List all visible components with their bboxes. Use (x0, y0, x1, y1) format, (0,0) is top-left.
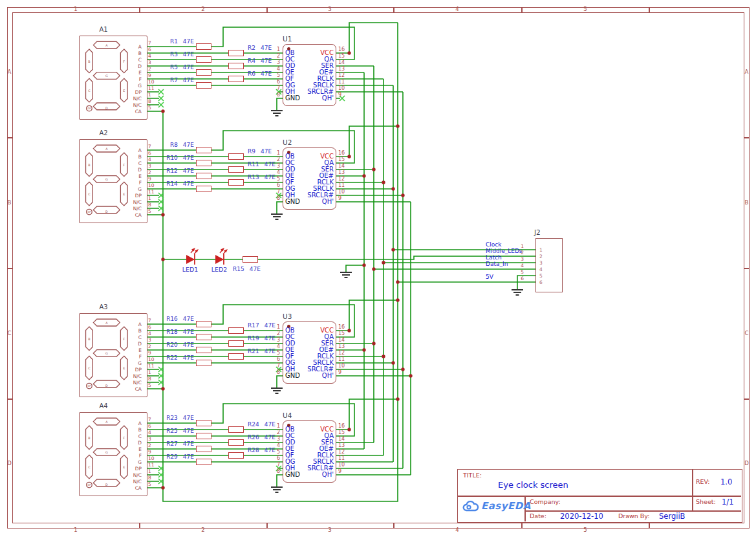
display-pin-number: 11 (148, 189, 161, 195)
resistor-value: 47E (183, 64, 194, 71)
resistor-refdes: R15 (233, 266, 244, 273)
resistor[interactable] (228, 327, 244, 334)
resistor[interactable] (196, 360, 211, 366)
ic-pin-number: 14 (338, 60, 354, 66)
ic-refdes: U3 (283, 312, 338, 320)
display-pin-number: 1 (148, 468, 161, 475)
resistor-refdes: R8 (170, 142, 178, 149)
resistor-value: 47E (183, 51, 194, 58)
display-pin-name: N/C (80, 479, 142, 485)
resistor[interactable] (196, 69, 211, 76)
resistor[interactable] (228, 426, 244, 433)
seven-segment-display[interactable]: A B F G C E D DP A B C D E F G DP N/C N/… (79, 36, 147, 120)
connector-pin-number-inner: 5 (539, 273, 548, 279)
display-driver-block[interactable]: A2 A B F G C (0, 129, 453, 239)
ic-pin-number: 11 (338, 79, 354, 85)
display-pin-name: DP (80, 193, 142, 199)
resistor[interactable] (228, 166, 244, 173)
rev-label: REV: (696, 478, 710, 485)
resistor[interactable] (196, 56, 211, 63)
display-pin-name: D (80, 167, 142, 173)
date-label: Date: (530, 512, 546, 519)
resistor[interactable] (196, 334, 211, 340)
resistor[interactable] (196, 160, 211, 166)
resistor[interactable] (196, 147, 211, 153)
display-pin-name: B (80, 50, 142, 57)
display-pin-name: DP (80, 466, 142, 472)
ic-pin-number: 8 (262, 92, 280, 98)
resistor[interactable] (228, 353, 244, 360)
title-block: TITLE: Eye clock screen REV: 1.0 Company… (457, 469, 742, 523)
resistor[interactable] (196, 82, 211, 89)
title-block-divider (692, 470, 693, 510)
resistor[interactable] (228, 340, 244, 347)
resistor[interactable] (243, 256, 258, 263)
resistor[interactable] (228, 153, 244, 160)
display-pin-name: F (80, 453, 142, 459)
resistor-value: 47E (261, 148, 272, 155)
resistor[interactable] (228, 179, 244, 186)
resistor-refdes: R26 (248, 434, 259, 441)
resistor-value: 47E (250, 266, 261, 273)
resistor-value: 47E (265, 335, 275, 342)
resistor[interactable] (228, 63, 244, 69)
display-pin-number: 5 (148, 105, 161, 111)
schematic-title: Eye clock screen (498, 480, 568, 490)
ic-pin-number: 10 (338, 189, 354, 195)
resistor-label: R1547E (233, 266, 261, 273)
ic-pin-number: 11 (338, 455, 354, 462)
ic-pin-number: 15 (338, 53, 354, 60)
connector-pin-number: 4 (508, 263, 524, 269)
resistor[interactable] (228, 452, 244, 459)
resistor[interactable] (228, 76, 244, 82)
resistor[interactable] (228, 50, 244, 56)
ic-pin-number: 11 (338, 182, 354, 189)
led-symbol[interactable] (186, 248, 228, 265)
resistor[interactable] (196, 420, 211, 426)
ic-refdes: U1 (283, 35, 338, 43)
resistor-refdes: R13 (248, 174, 259, 181)
seven-segment-display[interactable]: A B F G C E D DP A B C D E F G DP N/C N/… (79, 313, 147, 397)
resistor[interactable] (196, 347, 211, 353)
display-pin-number: 8 (148, 376, 161, 382)
resistor[interactable] (196, 43, 211, 50)
schematic-canvas[interactable]: 1 2 3 4 5 1 2 3 4 5 A B C D A B C D (0, 0, 756, 535)
seven-segment-display[interactable]: A B F G C E D DP A B C D E F G DP N/C N/… (79, 412, 147, 496)
resistor[interactable] (196, 173, 211, 179)
resistor-value: 47E (265, 322, 275, 329)
title-block-divider (524, 510, 741, 512)
display-pin-name: F (80, 354, 142, 360)
seven-segment-display[interactable]: A B F G C E D DP A B C D E F G DP N/C N/… (79, 139, 147, 223)
date-value: 2020-12-10 (560, 512, 603, 521)
resistor-refdes: R20 (166, 342, 178, 349)
display-driver-block[interactable]: A4 A B F G C (0, 402, 453, 512)
resistor-refdes: R7 (170, 77, 178, 84)
resistor-refdes: R2 (248, 45, 255, 52)
display-pin-name: E (80, 446, 142, 453)
ic-pin-number: 14 (338, 337, 354, 344)
resistor-value: 47E (265, 348, 275, 355)
display-driver-block[interactable]: A1 A B F G C (0, 26, 453, 136)
ic-pin-number: 9 (338, 468, 354, 475)
display-pin-name: D (80, 63, 142, 70)
resistor-refdes: R17 (248, 322, 259, 329)
connector-pin-number: 1 (508, 243, 524, 250)
ic-pin-number: 6 (262, 356, 280, 363)
resistor-refdes: R25 (166, 428, 178, 435)
resistor[interactable] (196, 459, 211, 465)
resistor-value: 47E (183, 329, 194, 336)
resistor[interactable] (196, 446, 211, 452)
led-refdes: LED1 (174, 266, 206, 273)
resistor[interactable] (196, 321, 211, 327)
display-pin-name: N/C (80, 380, 142, 386)
resistor[interactable] (196, 186, 211, 192)
display-pin-name: N/C (80, 373, 142, 380)
display-pin-name: N/C (80, 96, 142, 102)
resistor[interactable] (228, 439, 244, 446)
display-driver-block[interactable]: A3 A B F G C (0, 303, 453, 413)
resistor[interactable] (196, 433, 211, 439)
display-pin-number: 5 (148, 481, 161, 488)
drawn-by-value: SergiiB (659, 512, 685, 521)
ic-pin-number: 7 (262, 363, 280, 369)
display-pin-name: A (80, 322, 142, 328)
